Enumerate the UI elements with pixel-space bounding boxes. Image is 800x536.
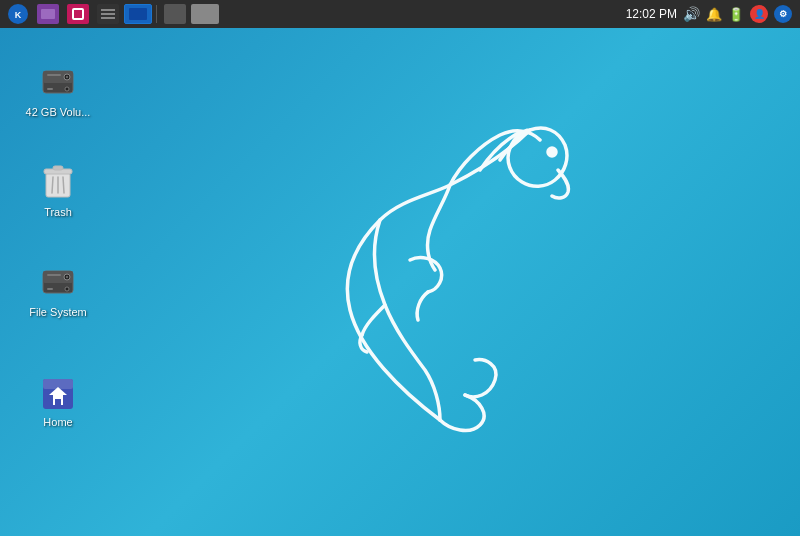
desktop: 42 GB Volu... Trash [0, 28, 800, 536]
desktop-icon-filesystem[interactable]: File System [18, 258, 98, 322]
trash-icon-img [38, 162, 78, 202]
filesystem-icon-label: File System [29, 306, 86, 318]
taskbar: K [0, 0, 800, 28]
desktop-icon-trash[interactable]: Trash [18, 158, 98, 222]
user-icon-blue[interactable]: ⚙ [774, 5, 792, 23]
taskbar-app-gray2[interactable] [191, 0, 219, 28]
home-icon-label: Home [43, 416, 72, 428]
taskbar-app-purple[interactable] [34, 0, 62, 28]
trash-icon-label: Trash [44, 206, 72, 218]
clock: 12:02 PM [626, 7, 677, 21]
desktop-icon-home[interactable]: Home [18, 368, 98, 432]
svg-rect-27 [55, 399, 61, 405]
volume-icon[interactable]: 🔊 [683, 6, 700, 22]
svg-point-22 [65, 287, 69, 291]
home-icon-img [38, 372, 78, 412]
taskbar-separator [156, 5, 157, 23]
taskbar-right: 12:02 PM 🔊 🔔 🔋 👤 ⚙ [626, 5, 796, 23]
svg-point-6 [66, 76, 68, 78]
notification-icon[interactable]: 🔔 [706, 7, 722, 22]
battery-icon[interactable]: 🔋 [728, 7, 744, 22]
kali-menu-button[interactable]: K [4, 0, 32, 28]
volume-icon-img [38, 62, 78, 102]
taskbar-app-gray1[interactable] [161, 0, 189, 28]
filesystem-icon-img [38, 262, 78, 302]
taskbar-left: K [4, 0, 219, 28]
user-icon-red[interactable]: 👤 [750, 5, 768, 23]
svg-rect-21 [47, 288, 53, 290]
desktop-icon-volume[interactable]: 42 GB Volu... [18, 58, 98, 122]
svg-rect-20 [47, 274, 61, 276]
volume-icon-label: 42 GB Volu... [26, 106, 91, 118]
svg-point-2 [548, 148, 556, 156]
svg-rect-7 [47, 74, 61, 76]
svg-rect-8 [47, 88, 53, 90]
taskbar-app-pink[interactable] [64, 0, 92, 28]
taskbar-app-screen[interactable] [124, 0, 152, 28]
svg-point-9 [65, 87, 69, 91]
svg-point-19 [66, 276, 68, 278]
taskbar-app-dark[interactable] [94, 0, 122, 28]
kali-dragon-logo [280, 110, 600, 454]
svg-text:K: K [15, 10, 22, 20]
svg-rect-12 [53, 166, 63, 170]
svg-line-15 [63, 177, 64, 193]
svg-line-13 [52, 177, 53, 193]
